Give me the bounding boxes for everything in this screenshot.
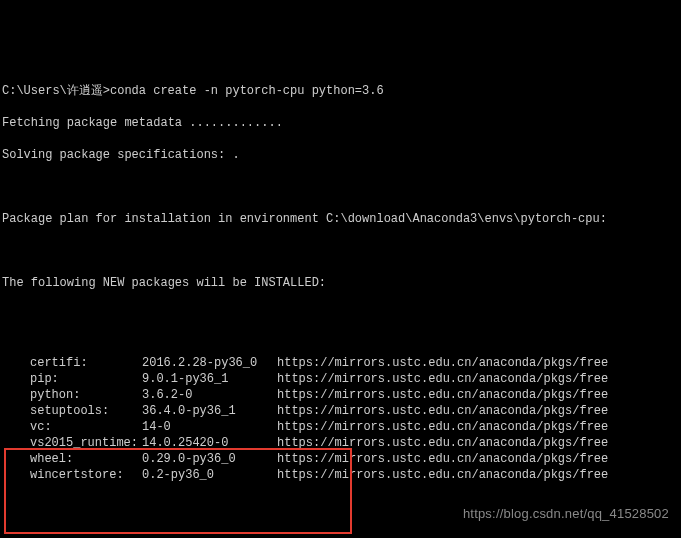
pkg-url: https://mirrors.ustc.edu.cn/anaconda/pkg…: [277, 467, 679, 483]
pkg-version: 36.4.0-py36_1: [142, 403, 277, 419]
pkg-version: 9.0.1-py36_1: [142, 371, 277, 387]
pkg-url: https://mirrors.ustc.edu.cn/anaconda/pkg…: [277, 419, 679, 435]
pkg-url: https://mirrors.ustc.edu.cn/anaconda/pkg…: [277, 387, 679, 403]
package-row: pip:9.0.1-py36_1https://mirrors.ustc.edu…: [2, 371, 679, 387]
pkg-name: vc:: [2, 419, 142, 435]
pkg-version: 3.6.2-0: [142, 387, 277, 403]
package-list: certifi:2016.2.28-py36_0https://mirrors.…: [2, 355, 679, 483]
new-pkgs-line: The following NEW packages will be INSTA…: [2, 275, 679, 291]
pkg-name: wheel:: [2, 451, 142, 467]
watermark-text: https://blog.csdn.net/qq_41528502: [463, 506, 669, 522]
pkg-version: 14-0: [142, 419, 277, 435]
terminal-output[interactable]: C:\Users\许逍遥>conda create -n pytorch-cpu…: [0, 64, 681, 538]
pkg-name: pip:: [2, 371, 142, 387]
plan-line: Package plan for installation in environ…: [2, 211, 679, 227]
pkg-url: https://mirrors.ustc.edu.cn/anaconda/pkg…: [277, 435, 679, 451]
pkg-version: 0.29.0-py36_0: [142, 451, 277, 467]
package-row: setuptools:36.4.0-py36_1https://mirrors.…: [2, 403, 679, 419]
pkg-name: certifi:: [2, 355, 142, 371]
solve-line: Solving package specifications: .: [2, 147, 679, 163]
pkg-version: 2016.2.28-py36_0: [142, 355, 277, 371]
blank: [2, 307, 679, 323]
pkg-version: 0.2-py36_0: [142, 467, 277, 483]
package-row: wincertstore:0.2-py36_0https://mirrors.u…: [2, 467, 679, 483]
pkg-name: setuptools:: [2, 403, 142, 419]
pkg-url: https://mirrors.ustc.edu.cn/anaconda/pkg…: [277, 403, 679, 419]
prompt-line: C:\Users\许逍遥>conda create -n pytorch-cpu…: [2, 83, 679, 99]
pkg-url: https://mirrors.ustc.edu.cn/anaconda/pkg…: [277, 355, 679, 371]
package-row: python:3.6.2-0https://mirrors.ustc.edu.c…: [2, 387, 679, 403]
pkg-version: 14.0.25420-0: [142, 435, 277, 451]
blank: [2, 179, 679, 195]
blank: [2, 243, 679, 259]
fetch-line: Fetching package metadata .............: [2, 115, 679, 131]
package-row: vc:14-0https://mirrors.ustc.edu.cn/anaco…: [2, 419, 679, 435]
package-row: certifi:2016.2.28-py36_0https://mirrors.…: [2, 355, 679, 371]
pkg-name: vs2015_runtime:: [2, 435, 142, 451]
pkg-url: https://mirrors.ustc.edu.cn/anaconda/pkg…: [277, 371, 679, 387]
package-row: wheel:0.29.0-py36_0https://mirrors.ustc.…: [2, 451, 679, 467]
pkg-url: https://mirrors.ustc.edu.cn/anaconda/pkg…: [277, 451, 679, 467]
pkg-name: python:: [2, 387, 142, 403]
package-row: vs2015_runtime:14.0.25420-0https://mirro…: [2, 435, 679, 451]
pkg-name: wincertstore:: [2, 467, 142, 483]
